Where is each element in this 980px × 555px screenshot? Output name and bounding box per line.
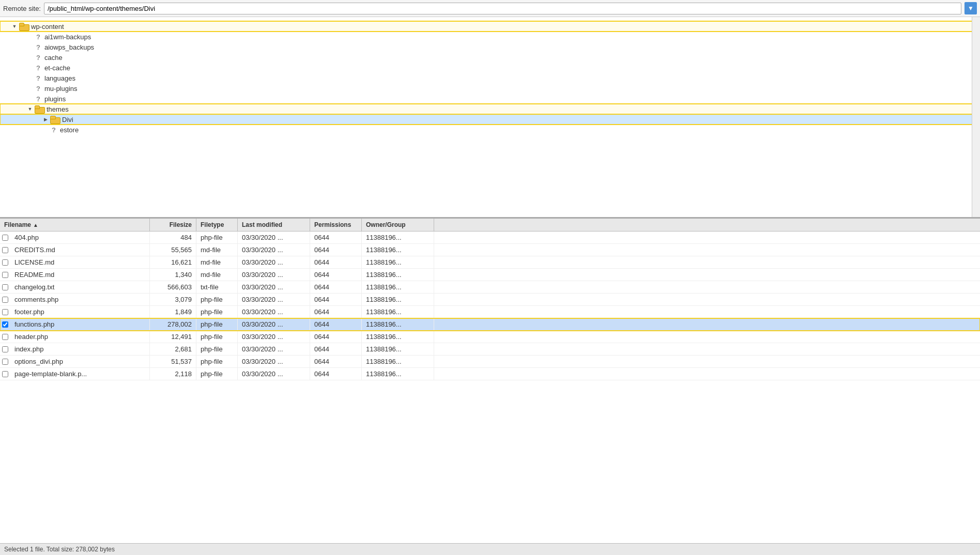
cell-filename: 404.php <box>10 232 150 243</box>
cell-filesize: 55,565 <box>150 244 196 256</box>
unknown-icon-languages: ? <box>34 74 42 82</box>
expand-arrow-divi[interactable] <box>41 115 50 124</box>
cell-filetype: php-file <box>196 318 238 330</box>
cell-extra <box>434 298 980 302</box>
cell-filetype: php-file <box>196 356 238 367</box>
sort-arrow-filename: ▲ <box>33 222 38 228</box>
row-checkbox[interactable] <box>0 371 10 377</box>
table-row[interactable]: functions.php 278,002 php-file 03/30/202… <box>0 318 980 331</box>
cell-filename: comments.php <box>10 294 150 305</box>
folder-closed-icon-divi <box>50 115 60 124</box>
file-section: Filename ▲ Filesize Filetype Last modifi… <box>0 219 980 555</box>
tree-item-label-languages: languages <box>44 74 75 82</box>
cell-owner: 11388196... <box>362 281 434 293</box>
table-row[interactable]: page-template-blank.p... 2,118 php-file … <box>0 368 980 380</box>
tree-item-label-themes: themes <box>47 105 69 113</box>
expand-arrow-wp-content[interactable] <box>10 22 19 30</box>
cell-lastmod: 03/30/2020 ... <box>238 244 310 256</box>
cell-lastmod: 03/30/2020 ... <box>238 318 310 330</box>
table-row[interactable]: comments.php 3,079 php-file 03/30/2020 .… <box>0 294 980 306</box>
remote-site-dropdown-button[interactable]: ▼ <box>964 2 977 14</box>
cell-extra <box>434 322 980 327</box>
tree-item-mu-plugins[interactable]: ? mu-plugins <box>0 83 980 94</box>
cell-extra <box>434 335 980 339</box>
tree-item-plugins[interactable]: ? plugins <box>0 94 980 104</box>
col-header-lastmod[interactable]: Last modified <box>238 219 310 231</box>
cell-extra <box>434 372 980 376</box>
tree-item-aiowps-backups[interactable]: ? aiowps_backups <box>0 42 980 52</box>
row-checkbox[interactable] <box>0 297 10 303</box>
row-checkbox[interactable] <box>0 346 10 352</box>
table-row[interactable]: 404.php 484 php-file 03/30/2020 ... 0644… <box>0 232 980 244</box>
cell-extra <box>434 236 980 240</box>
table-row[interactable]: changelog.txt 566,603 txt-file 03/30/202… <box>0 281 980 294</box>
cell-filetype: php-file <box>196 306 238 318</box>
cell-filesize: 484 <box>150 232 196 243</box>
table-row[interactable]: README.md 1,340 md-file 03/30/2020 ... 0… <box>0 269 980 281</box>
remote-site-input[interactable] <box>44 3 961 14</box>
cell-filetype: php-file <box>196 343 238 355</box>
row-checkbox[interactable] <box>0 334 10 340</box>
tree-item-et-cache[interactable]: ? et-cache <box>0 63 980 73</box>
cell-lastmod: 03/30/2020 ... <box>238 232 310 243</box>
tree-item-divi[interactable]: Divi <box>0 114 980 125</box>
folder-open-icon-themes <box>34 105 44 113</box>
cell-lastmod: 03/30/2020 ... <box>238 356 310 367</box>
cell-owner: 11388196... <box>362 256 434 268</box>
table-row[interactable]: CREDITS.md 55,565 md-file 03/30/2020 ...… <box>0 244 980 256</box>
cell-permissions: 0644 <box>310 356 362 367</box>
cell-extra <box>434 360 980 364</box>
cell-filesize: 12,491 <box>150 331 196 343</box>
col-header-filename[interactable]: Filename ▲ <box>0 219 150 231</box>
cell-filetype: txt-file <box>196 281 238 293</box>
cell-permissions: 0644 <box>310 232 362 243</box>
tree-item-languages[interactable]: ? languages <box>0 73 980 83</box>
tree-item-wp-content[interactable]: wp-content <box>0 21 980 32</box>
cell-filesize: 278,002 <box>150 318 196 330</box>
cell-permissions: 0644 <box>310 281 362 293</box>
unknown-icon-mu-plugins: ? <box>34 84 42 92</box>
row-checkbox[interactable] <box>0 272 10 278</box>
row-checkbox[interactable] <box>0 259 10 266</box>
row-checkbox[interactable] <box>0 321 10 328</box>
table-row[interactable]: footer.php 1,849 php-file 03/30/2020 ...… <box>0 306 980 318</box>
table-row[interactable]: LICENSE.md 16,621 md-file 03/30/2020 ...… <box>0 256 980 269</box>
cell-permissions: 0644 <box>310 343 362 355</box>
cell-lastmod: 03/30/2020 ... <box>238 306 310 318</box>
tree-item-label-plugins: plugins <box>44 95 66 103</box>
unknown-icon-ai1wm: ? <box>34 33 42 41</box>
col-header-owner[interactable]: Owner/Group <box>362 219 434 231</box>
tree-item-cache[interactable]: ? cache <box>0 52 980 63</box>
remote-site-bar: Remote site: ▼ <box>0 0 980 17</box>
table-row[interactable]: header.php 12,491 php-file 03/30/2020 ..… <box>0 331 980 343</box>
col-header-extra <box>434 219 980 231</box>
cell-owner: 11388196... <box>362 294 434 305</box>
tree-item-estore[interactable]: ? estore <box>0 125 980 135</box>
col-header-filesize[interactable]: Filesize <box>150 219 196 231</box>
file-table-header: Filename ▲ Filesize Filetype Last modifi… <box>0 219 980 232</box>
table-row[interactable]: index.php 2,681 php-file 03/30/2020 ... … <box>0 343 980 356</box>
row-checkbox[interactable] <box>0 359 10 365</box>
cell-permissions: 0644 <box>310 269 362 281</box>
row-checkbox[interactable] <box>0 247 10 253</box>
tree-item-label-ai1wm: ai1wm-backups <box>44 33 91 41</box>
col-header-permissions[interactable]: Permissions <box>310 219 362 231</box>
tree-item-label-divi: Divi <box>62 116 73 124</box>
row-checkbox[interactable] <box>0 284 10 290</box>
cell-extra <box>434 273 980 277</box>
tree-item-ai1wm-backups[interactable]: ? ai1wm-backups <box>0 32 980 42</box>
expand-arrow-themes[interactable] <box>26 105 34 113</box>
tree-item-themes[interactable]: themes <box>0 104 980 114</box>
cell-filetype: md-file <box>196 244 238 256</box>
cell-owner: 11388196... <box>362 232 434 243</box>
cell-filetype: php-file <box>196 331 238 343</box>
col-header-filetype[interactable]: Filetype <box>196 219 238 231</box>
cell-filename: options_divi.php <box>10 356 150 367</box>
table-row[interactable]: options_divi.php 51,537 php-file 03/30/2… <box>0 356 980 368</box>
row-checkbox[interactable] <box>0 235 10 241</box>
cell-filetype: php-file <box>196 368 238 380</box>
tree-scrollbar[interactable] <box>972 17 980 217</box>
unknown-icon-plugins: ? <box>34 95 42 103</box>
row-checkbox[interactable] <box>0 309 10 315</box>
file-list-body: 404.php 484 php-file 03/30/2020 ... 0644… <box>0 232 980 543</box>
